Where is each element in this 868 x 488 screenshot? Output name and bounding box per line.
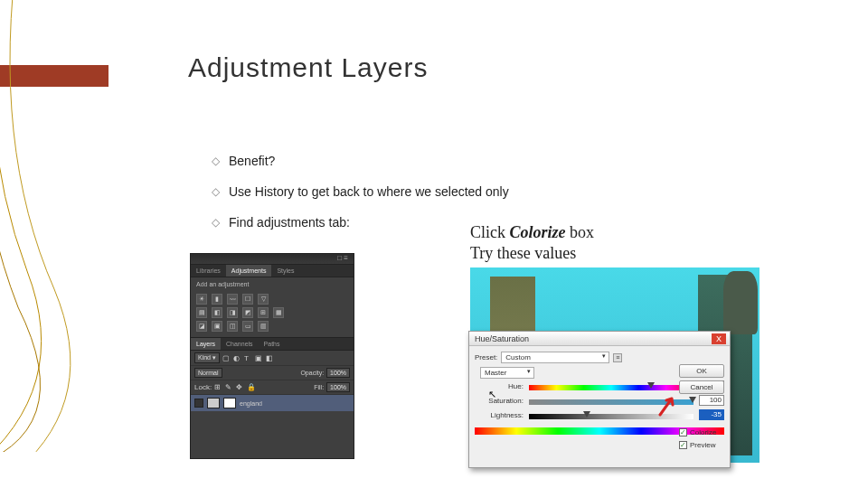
panel-header	[191, 254, 354, 265]
curves-icon[interactable]: 〰	[227, 294, 238, 305]
invert-icon[interactable]: ◪	[196, 321, 207, 332]
preview-label: Preview	[690, 441, 715, 449]
filter-icon[interactable]: T	[244, 354, 252, 362]
checkbox-icon: ✓	[679, 441, 687, 449]
saturation-label: Saturation:	[475, 397, 529, 405]
dialog-titlebar: Hue/Saturation X	[469, 332, 730, 346]
lock-icon[interactable]: 🔒	[247, 383, 255, 391]
preset-label: Preset:	[475, 353, 497, 361]
adjustment-icon-grid: ☀ ▮ 〰 ☐ ▽ ▤ ◧ ◨ ◩ ⊞ ▦ ◪ ▣ ◫ ▭ ▥	[191, 294, 354, 337]
bw-icon[interactable]: ◨	[227, 307, 238, 318]
exposure-icon[interactable]: ☐	[242, 294, 253, 305]
accent-bar	[0, 65, 108, 87]
bullet-text: Use History to get back to where we sele…	[229, 184, 509, 199]
visibility-icon[interactable]	[194, 399, 203, 408]
instruction-text: Click Colorize box Try these values	[470, 222, 594, 265]
instr-post: box	[566, 223, 595, 241]
photo-statue	[723, 271, 758, 334]
blend-select[interactable]: Normal	[194, 368, 222, 378]
instr-pre: Click	[470, 223, 510, 241]
adjustments-panel: Libraries Adjustments Styles Add an adju…	[190, 253, 354, 459]
kind-select[interactable]: Kind ▾	[194, 352, 220, 363]
fill-field[interactable]: 100%	[326, 382, 350, 392]
opacity-field[interactable]: 100%	[326, 368, 350, 378]
photo-icon[interactable]: ◩	[242, 307, 253, 318]
filter-icon[interactable]: ◧	[266, 354, 274, 362]
gradmap-icon[interactable]: ▭	[242, 321, 253, 332]
tab-styles[interactable]: Styles	[271, 265, 299, 277]
layer-name: england	[240, 400, 262, 407]
lock-icon[interactable]: ⊞	[214, 383, 222, 391]
colorize-checkbox[interactable]: ✓Colorize	[679, 428, 724, 436]
filter-row: Kind ▾ ▢ ◐ T ▣ ◧	[191, 351, 354, 366]
bullet-item: ◇Find adjustments tab:	[212, 215, 509, 230]
bullet-item: ◇Use History to get back to where we sel…	[212, 184, 509, 199]
bullet-list: ◇Benefit? ◇Use History to get back to wh…	[212, 154, 509, 246]
vibrance-icon[interactable]: ▽	[258, 294, 269, 305]
dialog-title: Hue/Saturation	[475, 334, 529, 343]
bullet-text: Benefit?	[229, 154, 275, 168]
tab-adjustments[interactable]: Adjustments	[226, 265, 272, 277]
opacity-label: Opacity:	[300, 370, 324, 376]
lightness-label: Lightness:	[475, 411, 529, 419]
blend-row: Normal Opacity: 100%	[191, 366, 354, 380]
colorize-label: Colorize	[690, 428, 716, 436]
checkbox-icon: ✓	[679, 428, 687, 436]
bullet-text: Find adjustments tab:	[229, 215, 350, 230]
hue-label: Hue:	[475, 382, 529, 390]
hue-saturation-dialog: Hue/Saturation X Preset: Custom ≡ Master…	[468, 331, 731, 468]
channel-select[interactable]: Master	[480, 367, 534, 379]
colorbal-icon[interactable]: ◧	[212, 307, 222, 318]
layer-item[interactable]: england	[191, 395, 354, 411]
close-icon[interactable]: X	[712, 333, 726, 344]
lock-label: Lock:	[194, 383, 212, 391]
lower-tabs: Layers Channels Paths	[191, 337, 354, 351]
lock-icon[interactable]: ✥	[236, 383, 244, 391]
mask-thumb	[223, 398, 236, 408]
mixer-icon[interactable]: ⊞	[258, 307, 269, 318]
levels-icon[interactable]: ▮	[212, 294, 222, 305]
tab-paths[interactable]: Paths	[259, 338, 286, 350]
ok-button[interactable]: OK	[679, 364, 724, 378]
filter-icon[interactable]: ◐	[233, 354, 241, 362]
preset-select[interactable]: Custom	[501, 352, 609, 363]
tab-layers[interactable]: Layers	[191, 338, 221, 350]
callout-arrow-icon	[657, 395, 677, 417]
tab-channels[interactable]: Channels	[221, 338, 259, 350]
lock-row: Lock: ⊞ ✎ ✥ 🔒 Fill: 100%	[191, 380, 354, 395]
cursor-icon: ↖	[488, 389, 496, 400]
filter-icon[interactable]: ▢	[222, 354, 231, 362]
preset-menu-icon[interactable]: ≡	[613, 353, 622, 362]
diamond-icon: ◇	[212, 216, 220, 229]
hue-slider[interactable]	[529, 382, 693, 389]
page-title: Adjustment Layers	[188, 52, 428, 83]
lookup-icon[interactable]: ▦	[273, 307, 284, 318]
poster-icon[interactable]: ▣	[212, 321, 222, 332]
instr-em: Colorize	[510, 223, 566, 241]
panel-tabs: Libraries Adjustments Styles	[191, 265, 354, 277]
diamond-icon: ◇	[212, 155, 220, 167]
preview-checkbox[interactable]: ✓Preview	[679, 441, 724, 449]
diamond-icon: ◇	[212, 185, 220, 198]
filter-icon[interactable]: ▣	[255, 354, 263, 362]
instr-line2: Try these values	[470, 243, 594, 264]
brightness-icon[interactable]: ☀	[196, 294, 207, 305]
cancel-button[interactable]: Cancel	[679, 380, 724, 394]
fill-label: Fill:	[314, 384, 324, 390]
hue-icon[interactable]: ▤	[196, 307, 207, 318]
bullet-item: ◇Benefit?	[212, 154, 509, 168]
lock-icon[interactable]: ✎	[225, 383, 233, 391]
selcolor-icon[interactable]: ▥	[258, 321, 269, 332]
layer-thumb	[207, 398, 220, 408]
tab-libraries[interactable]: Libraries	[191, 265, 226, 277]
panel-subheader: Add an adjustment	[191, 277, 354, 291]
threshold-icon[interactable]: ◫	[227, 321, 238, 332]
